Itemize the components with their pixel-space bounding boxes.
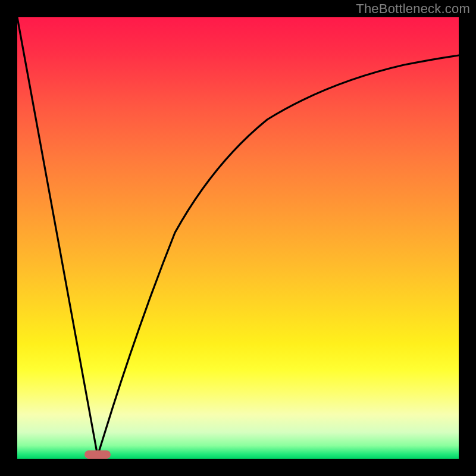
optimum-marker bbox=[84, 450, 111, 459]
curve-path bbox=[17, 17, 459, 456]
bottleneck-curve bbox=[17, 17, 459, 459]
chart-frame: TheBottleneck.com bbox=[0, 0, 476, 476]
plot-area bbox=[17, 17, 459, 459]
watermark-text: TheBottleneck.com bbox=[356, 1, 470, 17]
